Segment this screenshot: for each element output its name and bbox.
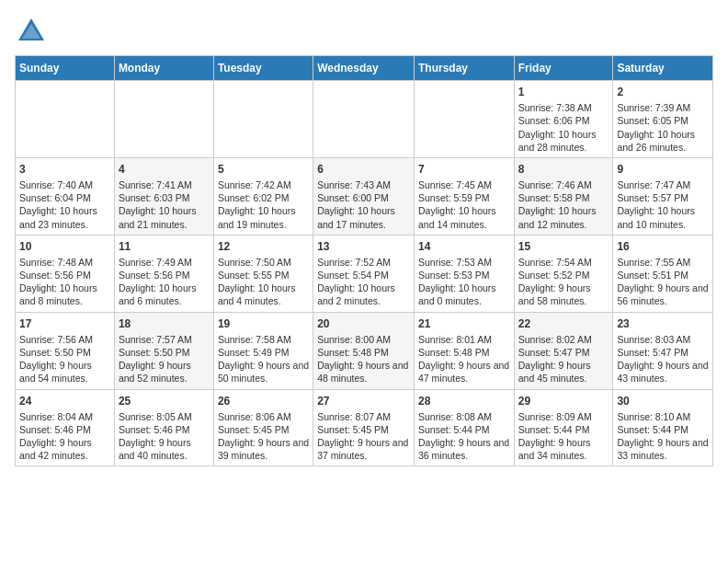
sunrise-text: Sunrise: 7:54 AM — [518, 257, 592, 268]
sunrise-text: Sunrise: 8:04 AM — [19, 411, 93, 422]
sunset-text: Sunset: 6:03 PM — [119, 192, 190, 203]
sunrise-text: Sunrise: 8:00 AM — [317, 334, 391, 345]
day-number: 16 — [617, 239, 709, 254]
calendar-cell: 7Sunrise: 7:45 AMSunset: 5:59 PMDaylight… — [414, 157, 514, 235]
day-number: 18 — [119, 316, 210, 331]
day-number: 11 — [119, 239, 210, 254]
sunrise-text: Sunrise: 7:45 AM — [418, 179, 492, 190]
daylight-text: Daylight: 9 hours and 42 minutes. — [19, 437, 92, 461]
daylight-text: Daylight: 10 hours and 0 minutes. — [418, 282, 496, 306]
daylight-text: Daylight: 10 hours and 17 minutes. — [317, 205, 395, 229]
sunset-text: Sunset: 5:48 PM — [418, 347, 490, 358]
sunrise-text: Sunrise: 8:03 AM — [617, 334, 690, 345]
daylight-text: Daylight: 9 hours and 33 minutes. — [617, 437, 708, 461]
daylight-text: Daylight: 10 hours and 2 minutes. — [317, 282, 395, 306]
day-number: 10 — [19, 239, 110, 254]
daylight-text: Daylight: 9 hours and 45 minutes. — [518, 360, 591, 384]
daylight-text: Daylight: 9 hours and 37 minutes. — [317, 437, 408, 461]
sunrise-text: Sunrise: 7:52 AM — [317, 257, 391, 268]
sunset-text: Sunset: 5:52 PM — [518, 270, 590, 281]
calendar-header: SundayMondayTuesdayWednesdayThursdayFrid… — [16, 56, 713, 81]
calendar-cell: 17Sunrise: 7:56 AMSunset: 5:50 PMDayligh… — [16, 312, 115, 389]
daylight-text: Daylight: 9 hours and 47 minutes. — [418, 360, 509, 384]
calendar-cell: 27Sunrise: 8:07 AMSunset: 5:45 PMDayligh… — [313, 389, 415, 466]
sunset-text: Sunset: 5:51 PM — [617, 270, 688, 281]
calendar-cell: 19Sunrise: 7:58 AMSunset: 5:49 PMDayligh… — [213, 312, 313, 389]
calendar-cell — [114, 81, 213, 158]
calendar-week-2: 3Sunrise: 7:40 AMSunset: 6:04 PMDaylight… — [16, 157, 713, 235]
day-number: 30 — [617, 394, 709, 408]
sunset-text: Sunset: 5:56 PM — [19, 270, 91, 281]
sunset-text: Sunset: 5:48 PM — [317, 347, 389, 358]
sunrise-text: Sunrise: 8:01 AM — [418, 334, 492, 345]
sunset-text: Sunset: 5:50 PM — [119, 347, 190, 358]
calendar-cell — [213, 81, 313, 158]
calendar-cell: 12Sunrise: 7:50 AMSunset: 5:55 PMDayligh… — [213, 235, 313, 312]
sunrise-text: Sunrise: 8:10 AM — [617, 411, 690, 422]
calendar-cell — [414, 81, 514, 158]
calendar-cell: 28Sunrise: 8:08 AMSunset: 5:44 PMDayligh… — [414, 389, 514, 466]
calendar-cell: 2Sunrise: 7:39 AMSunset: 6:05 PMDaylight… — [613, 81, 713, 158]
calendar-cell: 26Sunrise: 8:06 AMSunset: 5:45 PMDayligh… — [213, 389, 313, 466]
sunrise-text: Sunrise: 7:42 AM — [218, 179, 291, 190]
sunrise-text: Sunrise: 7:43 AM — [317, 179, 391, 190]
calendar-cell: 8Sunrise: 7:46 AMSunset: 5:58 PMDaylight… — [514, 157, 613, 235]
sunset-text: Sunset: 5:47 PM — [617, 347, 688, 358]
page-header — [15, 15, 713, 48]
daylight-text: Daylight: 10 hours and 21 minutes. — [119, 205, 197, 229]
calendar-cell: 4Sunrise: 7:41 AMSunset: 6:03 PMDaylight… — [114, 157, 213, 235]
sunset-text: Sunset: 5:46 PM — [19, 424, 91, 435]
day-number: 15 — [518, 239, 609, 254]
calendar-cell: 6Sunrise: 7:43 AMSunset: 6:00 PMDaylight… — [313, 157, 415, 235]
sunset-text: Sunset: 5:54 PM — [317, 270, 389, 281]
sunset-text: Sunset: 5:44 PM — [617, 424, 688, 435]
sunset-text: Sunset: 5:55 PM — [218, 270, 290, 281]
day-number: 25 — [119, 394, 210, 408]
daylight-text: Daylight: 10 hours and 14 minutes. — [418, 205, 496, 229]
calendar-cell: 1Sunrise: 7:38 AMSunset: 6:06 PMDaylight… — [514, 81, 613, 158]
sunrise-text: Sunrise: 8:02 AM — [518, 334, 592, 345]
calendar-cell: 5Sunrise: 7:42 AMSunset: 6:02 PMDaylight… — [213, 157, 313, 235]
day-number: 26 — [218, 394, 309, 408]
day-number: 29 — [518, 394, 609, 408]
col-header-tuesday: Tuesday — [213, 56, 313, 81]
daylight-text: Daylight: 10 hours and 8 minutes. — [19, 282, 97, 306]
sunrise-text: Sunrise: 7:40 AM — [19, 179, 93, 190]
calendar-cell: 13Sunrise: 7:52 AMSunset: 5:54 PMDayligh… — [313, 235, 415, 312]
sunset-text: Sunset: 5:57 PM — [617, 192, 688, 203]
sunrise-text: Sunrise: 7:55 AM — [617, 257, 690, 268]
sunset-text: Sunset: 5:44 PM — [418, 424, 490, 435]
daylight-text: Daylight: 9 hours and 40 minutes. — [119, 437, 191, 461]
sunset-text: Sunset: 6:02 PM — [218, 192, 290, 203]
sunrise-text: Sunrise: 7:41 AM — [119, 179, 192, 190]
col-header-friday: Friday — [514, 56, 613, 81]
logo — [15, 15, 51, 48]
sunset-text: Sunset: 5:58 PM — [518, 192, 590, 203]
day-number: 13 — [317, 239, 410, 254]
calendar-cell: 30Sunrise: 8:10 AMSunset: 5:44 PMDayligh… — [613, 389, 713, 466]
sunrise-text: Sunrise: 7:49 AM — [119, 257, 192, 268]
daylight-text: Daylight: 9 hours and 58 minutes. — [518, 282, 591, 306]
day-number: 14 — [418, 239, 510, 254]
sunset-text: Sunset: 5:49 PM — [218, 347, 290, 358]
calendar-week-4: 17Sunrise: 7:56 AMSunset: 5:50 PMDayligh… — [16, 312, 713, 389]
daylight-text: Daylight: 9 hours and 56 minutes. — [617, 282, 708, 306]
sunrise-text: Sunrise: 7:53 AM — [418, 257, 492, 268]
daylight-text: Daylight: 10 hours and 26 minutes. — [617, 129, 695, 153]
daylight-text: Daylight: 9 hours and 48 minutes. — [317, 360, 408, 384]
calendar-cell: 9Sunrise: 7:47 AMSunset: 5:57 PMDaylight… — [613, 157, 713, 235]
calendar-cell: 16Sunrise: 7:55 AMSunset: 5:51 PMDayligh… — [613, 235, 713, 312]
sunrise-text: Sunrise: 7:50 AM — [218, 257, 291, 268]
sunset-text: Sunset: 5:47 PM — [518, 347, 590, 358]
sunrise-text: Sunrise: 8:09 AM — [518, 411, 592, 422]
daylight-text: Daylight: 10 hours and 10 minutes. — [617, 205, 695, 229]
calendar-cell — [313, 81, 415, 158]
calendar-cell: 10Sunrise: 7:48 AMSunset: 5:56 PMDayligh… — [16, 235, 115, 312]
calendar-cell: 18Sunrise: 7:57 AMSunset: 5:50 PMDayligh… — [114, 312, 213, 389]
day-number: 24 — [19, 394, 110, 408]
day-number: 5 — [218, 162, 309, 177]
sunset-text: Sunset: 5:45 PM — [317, 424, 389, 435]
day-number: 21 — [418, 316, 510, 331]
sunrise-text: Sunrise: 7:46 AM — [518, 179, 592, 190]
col-header-wednesday: Wednesday — [313, 56, 415, 81]
